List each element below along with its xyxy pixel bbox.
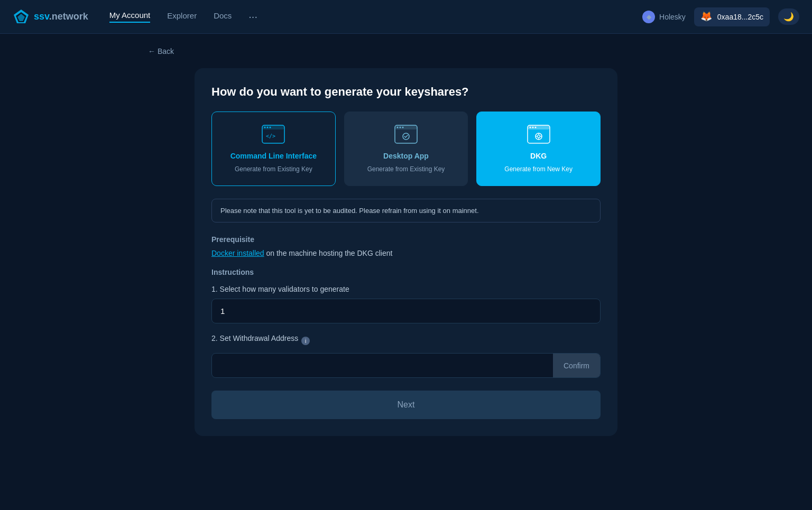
confirm-row: Confirm	[211, 353, 601, 378]
svg-point-12	[400, 127, 401, 128]
option-cli[interactable]: </> Command Line Interface Generate from…	[211, 112, 336, 186]
prerequisite-label: Prerequisite	[211, 235, 601, 244]
main-card: How do you want to generate your keyshar…	[195, 68, 617, 436]
option-dkg[interactable]: DKG Generate from New Key	[476, 112, 601, 186]
network-label: Holesky	[659, 13, 686, 21]
logo-text: ssv.network	[34, 11, 88, 22]
desktop-title: Desktop App	[383, 152, 429, 160]
page: ← Back How do you want to generate your …	[0, 34, 812, 449]
prerequisite-text: Docker installed on the machine hosting …	[211, 249, 601, 257]
nav-more[interactable]: ···	[248, 11, 257, 23]
confirm-button[interactable]: Confirm	[553, 354, 600, 377]
svg-point-11	[397, 127, 399, 128]
cli-title: Command Line Interface	[230, 152, 317, 160]
step2-label: 2. Set Withdrawal Address	[211, 334, 298, 342]
nav-links: My Account Explorer Docs ···	[109, 11, 642, 23]
navbar: ssv.network My Account Explorer Docs ···…	[0, 0, 812, 34]
dkg-icon	[527, 125, 550, 146]
nav-docs[interactable]: Docs	[214, 11, 232, 22]
cli-subtitle: Generate from Existing Key	[235, 165, 312, 173]
back-link[interactable]: ← Back	[148, 47, 174, 55]
nav-my-account[interactable]: My Account	[109, 11, 151, 23]
step2-row: 2. Set Withdrawal Address i	[211, 334, 601, 348]
nav-explorer[interactable]: Explorer	[167, 11, 197, 22]
svg-point-19	[534, 127, 536, 128]
logo-icon	[13, 8, 30, 25]
eth-icon: ◆	[642, 11, 655, 23]
desktop-subtitle: Generate from Existing Key	[367, 165, 445, 173]
dkg-title: DKG	[530, 152, 547, 160]
step1-label: 1. Select how many validators to generat…	[211, 285, 601, 293]
option-desktop[interactable]: Desktop App Generate from Existing Key	[344, 112, 468, 186]
card-title: How do you want to generate your keyshar…	[211, 85, 601, 99]
wallet-address: 0xaa18...2c5c	[717, 13, 763, 21]
warning-box: Please note that this tool is yet to be …	[211, 199, 601, 222]
theme-toggle[interactable]: 🌙	[778, 8, 799, 25]
nav-right: ◆ Holesky 🦊 0xaa18...2c5c 🌙	[642, 7, 799, 26]
metamask-icon: 🦊	[700, 11, 713, 23]
svg-point-13	[402, 127, 404, 128]
logo[interactable]: ssv.network	[13, 8, 88, 25]
svg-text:</>: </>	[266, 133, 275, 139]
wallet-badge[interactable]: 🦊 0xaa18...2c5c	[694, 7, 770, 26]
options-row: </> Command Line Interface Generate from…	[211, 112, 601, 186]
info-icon[interactable]: i	[301, 337, 310, 345]
next-button[interactable]: Next	[211, 391, 601, 419]
instructions-label: Instructions	[211, 268, 601, 276]
docker-link[interactable]: Docker installed	[211, 249, 264, 257]
validators-input[interactable]	[211, 299, 601, 323]
svg-point-21	[537, 135, 540, 138]
svg-point-6	[267, 127, 269, 128]
svg-point-5	[264, 127, 266, 128]
svg-point-17	[529, 127, 531, 128]
withdrawal-input[interactable]	[212, 354, 553, 377]
network-badge[interactable]: ◆ Holesky	[642, 11, 686, 23]
cli-icon: </>	[262, 125, 285, 146]
prerequisite-suffix: on the machine hosting the DKG client	[264, 249, 393, 257]
warning-text: Please note that this tool is yet to be …	[220, 207, 479, 215]
svg-point-7	[270, 127, 271, 128]
dkg-subtitle: Generate from New Key	[504, 165, 573, 173]
svg-point-18	[532, 127, 533, 128]
desktop-icon	[394, 125, 418, 146]
